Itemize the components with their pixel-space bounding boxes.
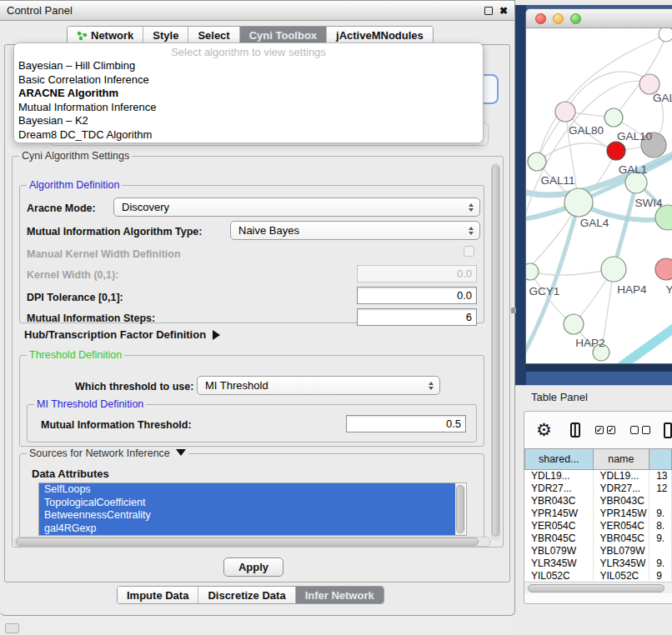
dropdown-item[interactable]: ARACNE Algorithm (14, 87, 483, 101)
list-vertical-scrollbar[interactable] (455, 484, 465, 536)
select-all-icon[interactable]: ✓✓ (595, 426, 615, 434)
tab-network[interactable]: Network (68, 27, 143, 44)
network-canvas[interactable]: GALGAL80GAL10GAL1GAL11SWI4GAL4GCY1HAP4YH… (526, 28, 672, 364)
tab-label: jActiveMNodules (336, 29, 424, 42)
node-label: GAL (653, 92, 672, 104)
table-cell: YDL19... (524, 470, 594, 482)
node-label: SWI4 (634, 197, 662, 209)
mi-type-select[interactable]: Naive Bayes (230, 221, 480, 240)
table-cell: YBR045C (524, 532, 594, 545)
bottom-tab-impute-data[interactable]: Impute Data (118, 587, 198, 603)
network-node-y[interactable] (655, 258, 672, 280)
column-header-name[interactable]: name (594, 448, 650, 470)
table-row[interactable]: YDR27...YDR27...12 (524, 482, 672, 495)
settings-vertical-scrollbar[interactable] (491, 163, 500, 540)
node-label: GAL10 (617, 130, 652, 142)
attribute-list-item[interactable]: gal4RGexp (39, 522, 455, 536)
bottom-tab-infer-network[interactable]: Infer Network (295, 587, 384, 603)
minimize-traffic-light[interactable] (553, 13, 564, 24)
manual-kernel-checkbox[interactable] (464, 246, 474, 257)
bottom-tab-discretize-data[interactable]: Discretize Data (198, 587, 294, 603)
close-icon[interactable]: ✖ (499, 7, 508, 15)
zoom-traffic-light[interactable] (570, 13, 581, 24)
apply-button[interactable]: Apply (223, 558, 283, 577)
network-view-window: GALGAL80GAL10GAL1GAL11SWI4GAL4GCY1HAP4YH… (525, 8, 672, 364)
node-label: Y (665, 283, 672, 296)
table-cell: 8. (649, 520, 672, 532)
table-horizontal-scrollbar[interactable] (524, 582, 672, 593)
node-label: HAP2 (575, 337, 604, 349)
tab-cyni-toolbox[interactable]: Cyni Toolbox (239, 27, 326, 44)
expand-right-icon (213, 330, 220, 340)
table-row[interactable]: YPR145WYPR145W9. (524, 508, 672, 520)
table-row[interactable]: YIL052CYIL052C9 (524, 570, 672, 580)
dropdown-item[interactable]: Dream8 DC_TDC Algorithm (14, 128, 483, 142)
network-node-gal11[interactable] (528, 152, 546, 171)
sources-group-title[interactable]: Sources for Network Inference (27, 448, 188, 459)
table-cell: YBR043C (524, 495, 594, 508)
gear-icon[interactable]: ⚙ (536, 422, 552, 439)
export-table-icon[interactable] (664, 422, 672, 438)
tab-style[interactable]: Style (143, 27, 188, 44)
table-row[interactable]: YBL079WYBL079W (524, 545, 672, 558)
table-cell (649, 495, 672, 508)
panel-splitter-handle[interactable] (511, 308, 516, 313)
table-row[interactable]: YLR345WYLR345W9. (524, 558, 672, 570)
settings-horizontal-scrollbar[interactable] (14, 537, 491, 547)
kernel-width-field[interactable]: 0.0 (357, 265, 477, 282)
combo-stepper-icon (464, 227, 479, 235)
dropdown-item[interactable]: Bayesian – Hill Climbing (14, 59, 483, 73)
hub-definition-expander[interactable]: Hub/Transcription Factor Definition (24, 328, 220, 341)
column-header-clipped[interactable] (649, 448, 672, 470)
network-node-gal1[interactable] (607, 142, 625, 160)
mi-steps-field[interactable]: 6 (357, 308, 477, 326)
close-traffic-light[interactable] (535, 13, 546, 24)
table-row[interactable]: YBR043CYBR043C (524, 495, 672, 508)
node-label: GAL1 (619, 163, 648, 176)
dpi-tolerance-field[interactable]: 0.0 (357, 287, 477, 304)
aracne-mode-label: Aracne Mode: (27, 202, 96, 214)
column-header-shared-[interactable]: shared... (524, 448, 594, 470)
scrollbar-thumb[interactable] (492, 165, 499, 537)
tab-jactivemnodules[interactable]: jActiveMNodules (326, 27, 433, 44)
table-cell: 9. (649, 508, 672, 520)
network-node-gal80[interactable] (555, 102, 575, 122)
attribute-list-item[interactable]: TopologicalCoefficient (39, 497, 455, 510)
mi-threshold-field[interactable]: 0.5 (346, 415, 466, 432)
tab-select[interactable]: Select (188, 27, 238, 44)
table-cell: YBR045C (594, 532, 650, 545)
mi-threshold-group: MI Threshold Definition Mutual Informati… (27, 404, 477, 442)
node-table: ⚙ ✓✓ shared...name YDL19...YDL19...13YDR… (524, 411, 672, 604)
control-panel-titlebar: Control Panel ✖ (0, 1, 514, 21)
which-threshold-select[interactable]: MI Threshold (197, 376, 440, 395)
table-cell: YBL079W (594, 545, 650, 558)
data-attributes-list[interactable]: SelfLoopsTopologicalCoefficientBetweenne… (38, 482, 467, 536)
table-row[interactable]: YDL19...YDL19...13 (524, 470, 672, 482)
tab-label: Select (198, 29, 229, 42)
network-node-gal10[interactable] (604, 108, 623, 127)
dropdown-item[interactable]: Mutual Information Inference (14, 101, 483, 115)
scrollbar-thumb[interactable] (16, 538, 479, 546)
network-node[interactable] (659, 28, 672, 42)
network-node-gcy1[interactable] (526, 263, 539, 280)
table-cell: 9. (649, 558, 672, 570)
scrollbar-thumb[interactable] (456, 485, 464, 533)
float-window-icon[interactable] (484, 7, 493, 15)
scrollbar-thumb[interactable] (528, 584, 664, 592)
aracne-mode-value: Discovery (122, 201, 169, 213)
network-node-hap4[interactable] (601, 257, 626, 282)
table-row[interactable]: YER054CYER054C8. (524, 520, 672, 532)
column-layout-icon[interactable] (570, 422, 580, 438)
network-edge (565, 72, 649, 112)
dropdown-item[interactable]: Basic Correlation Inference (14, 73, 483, 88)
attribute-list-item[interactable]: SelfLoops (39, 483, 455, 497)
network-node-hap2[interactable] (564, 314, 584, 334)
network-node-gal4[interactable] (564, 188, 593, 217)
aracne-mode-select[interactable]: Discovery (113, 198, 480, 217)
deselect-all-icon[interactable] (630, 426, 650, 434)
dropdown-item[interactable]: Bayesian – K2 (14, 114, 483, 128)
attribute-list-item[interactable]: BetweennessCentrality (39, 509, 455, 522)
network-edge (526, 202, 579, 362)
collapsed-panel-icon[interactable] (5, 623, 19, 633)
table-row[interactable]: YBR045CYBR045C9. (524, 532, 672, 545)
